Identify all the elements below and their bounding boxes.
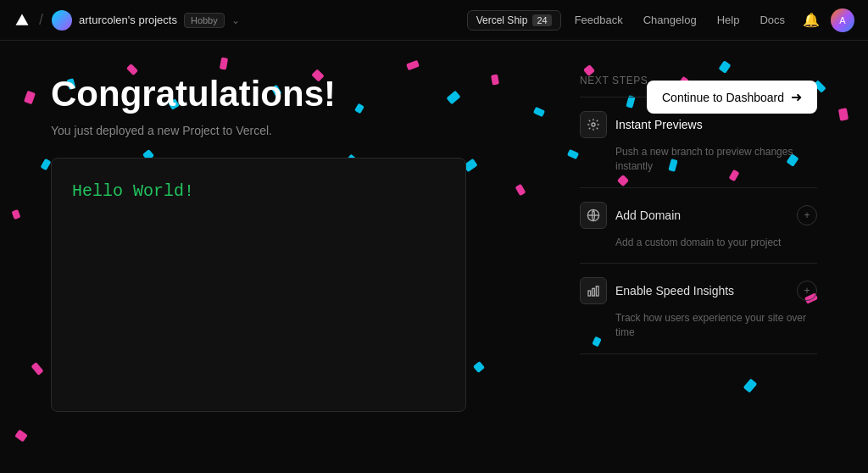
vercel-logo[interactable] <box>14 12 31 29</box>
instant-previews-desc: Push a new branch to preview changes ins… <box>580 145 817 174</box>
notifications-bell-icon[interactable]: 🔔 <box>798 8 824 33</box>
continue-label: Continue to Dashboard <box>662 91 784 104</box>
next-steps-panel: Next Steps Instant Previews Push a new b… <box>580 75 817 354</box>
project-avatar <box>52 10 72 31</box>
nav-separator: / <box>39 11 43 29</box>
step-add-domain: Add Domain + Add a custom domain to your… <box>580 187 817 264</box>
vercel-ship-button[interactable]: Vercel Ship 24 <box>467 10 561 31</box>
svg-rect-3 <box>593 289 595 297</box>
changelog-button[interactable]: Changelog <box>637 10 704 30</box>
instant-previews-icon <box>580 111 607 138</box>
add-domain-expand-button[interactable]: + <box>797 205 817 225</box>
step-title-area: Instant Previews <box>580 111 703 138</box>
nav-left: / arturcolen's projects Hobby ⌄ <box>14 10 467 31</box>
feedback-button[interactable]: Feedback <box>568 10 630 30</box>
continue-dashboard-button[interactable]: Continue to Dashboard ➜ <box>647 81 817 114</box>
hobby-badge: Hobby <box>184 13 225 28</box>
congratulations-title: Congratulations! <box>51 75 529 114</box>
add-domain-icon <box>580 202 607 229</box>
ship-count: 24 <box>532 14 551 26</box>
congrats-subtitle: You just deployed a new Project to Verce… <box>51 124 529 137</box>
step-title-area-domain: Add Domain <box>580 202 681 229</box>
code-content: Hello World! <box>72 181 194 201</box>
left-section: Congratulations! You just deployed a new… <box>51 75 529 412</box>
project-chevron-icon[interactable]: ⌄ <box>231 14 240 26</box>
navbar: / arturcolen's projects Hobby ⌄ Vercel S… <box>0 0 868 41</box>
speed-insights-desc: Track how users experience your site ove… <box>580 311 817 340</box>
step-title-area-insights: Enable Speed Insights <box>580 277 734 304</box>
user-avatar[interactable]: A <box>831 8 854 32</box>
plus-icon: + <box>804 209 810 221</box>
step-header-instant-previews: Instant Previews <box>580 111 817 138</box>
add-domain-desc: Add a custom domain to your project <box>580 236 817 250</box>
help-button[interactable]: Help <box>710 10 747 30</box>
speed-insights-expand-button[interactable]: + <box>797 281 817 301</box>
step-header-speed-insights: Enable Speed Insights + <box>580 277 817 304</box>
ship-label: Vercel Ship <box>476 14 528 26</box>
docs-button[interactable]: Docs <box>753 10 792 30</box>
speed-insights-title: Enable Speed Insights <box>615 284 734 298</box>
svg-point-0 <box>592 123 595 126</box>
svg-rect-2 <box>588 291 591 296</box>
svg-rect-4 <box>596 287 598 296</box>
speed-insights-icon <box>580 277 607 304</box>
arrow-circle-icon: ➜ <box>791 89 802 105</box>
step-speed-insights: Enable Speed Insights + Track how users … <box>580 263 817 354</box>
add-domain-title: Add Domain <box>615 209 681 222</box>
project-name[interactable]: arturcolen's projects <box>79 14 177 26</box>
nav-right: Vercel Ship 24 Feedback Changelog Help D… <box>467 8 854 33</box>
instant-previews-title: Instant Previews <box>615 118 703 131</box>
code-preview-box: Hello World! <box>51 158 466 412</box>
step-header-add-domain: Add Domain + <box>580 202 817 229</box>
plus-icon-2: + <box>804 285 810 297</box>
